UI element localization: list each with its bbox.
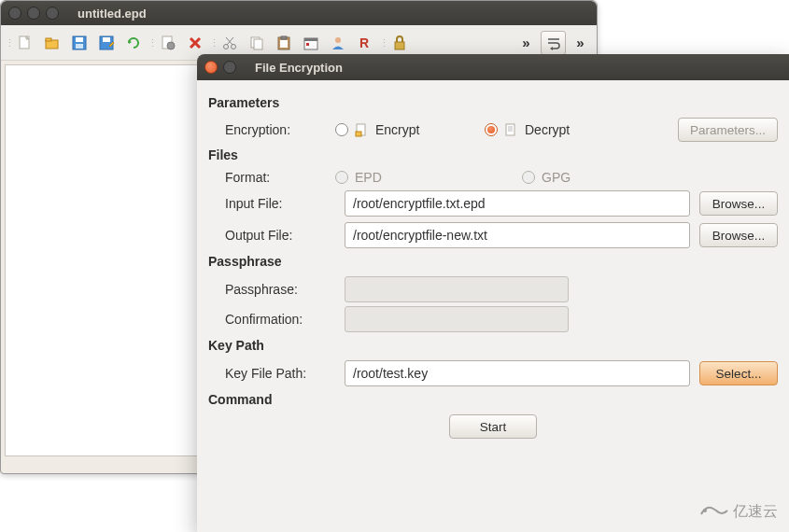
window-max-icon[interactable] xyxy=(46,7,59,20)
select-keyfile-button[interactable]: Select... xyxy=(699,361,778,385)
dialog-close-icon[interactable] xyxy=(204,61,218,74)
confirmation-label: Confirmation: xyxy=(225,312,335,327)
browse-output-button[interactable]: Browse... xyxy=(699,223,778,247)
input-file-label: Input File: xyxy=(225,196,335,211)
keyfile-label: Key File Path: xyxy=(225,366,335,381)
svg-rect-18 xyxy=(304,38,317,41)
overflow-2-icon[interactable]: » xyxy=(568,31,593,55)
dialog-min-icon[interactable] xyxy=(223,61,236,74)
svg-point-29 xyxy=(703,509,707,512)
toolbar-separator: ⋮ xyxy=(379,33,385,53)
svg-rect-22 xyxy=(395,42,404,49)
parameters-button[interactable]: Parameters... xyxy=(678,118,778,142)
copy-icon[interactable] xyxy=(244,31,269,55)
radio-disabled-icon xyxy=(335,171,348,184)
encrypt-doc-icon xyxy=(355,123,369,137)
section-files: Files xyxy=(208,147,778,162)
confirmation-field xyxy=(345,306,569,332)
wrap-icon[interactable] xyxy=(541,31,566,55)
svg-point-10 xyxy=(223,44,228,49)
decrypt-label: Decrypt xyxy=(525,122,570,137)
open-file-icon[interactable] xyxy=(39,31,64,55)
svg-rect-24 xyxy=(356,132,361,136)
passphrase-label: Passphrase: xyxy=(225,282,335,297)
cut-icon[interactable] xyxy=(217,31,242,55)
section-parameters: Parameters xyxy=(208,95,778,110)
dialog-title: File Encryption xyxy=(255,61,343,75)
save-as-icon[interactable] xyxy=(93,31,119,55)
svg-rect-15 xyxy=(281,36,287,39)
gpg-label: GPG xyxy=(542,170,571,185)
input-file-field[interactable]: /root/encryptfile.txt.epd xyxy=(345,190,690,217)
format-label: Format: xyxy=(225,170,335,185)
user-icon[interactable] xyxy=(325,31,350,55)
settings-file-icon[interactable] xyxy=(155,31,180,55)
replace-icon[interactable]: R xyxy=(352,31,377,55)
section-passphrase: Passphrase xyxy=(208,254,778,269)
svg-rect-25 xyxy=(506,124,514,135)
svg-rect-5 xyxy=(76,44,83,49)
keyfile-field[interactable]: /root/test.key xyxy=(345,360,690,386)
delete-icon[interactable] xyxy=(182,31,207,55)
window-close-icon[interactable] xyxy=(8,7,21,20)
watermark: 亿速云 xyxy=(696,491,785,526)
paste-icon[interactable] xyxy=(271,31,296,55)
svg-rect-7 xyxy=(103,37,110,42)
epd-radio: EPD xyxy=(335,170,522,185)
window-min-icon[interactable] xyxy=(27,7,40,20)
svg-text:亿速云: 亿速云 xyxy=(732,503,778,519)
svg-point-9 xyxy=(167,42,175,49)
radio-disabled-icon xyxy=(522,171,535,184)
epd-label: EPD xyxy=(355,170,382,185)
passphrase-field xyxy=(345,276,569,302)
editor-title: untitled.epd xyxy=(77,7,147,21)
save-icon[interactable] xyxy=(66,31,92,55)
radio-icon xyxy=(335,123,348,136)
svg-point-20 xyxy=(335,37,341,43)
toolbar-separator: ⋮ xyxy=(148,33,153,53)
gpg-radio: GPG xyxy=(522,170,709,185)
svg-rect-4 xyxy=(76,37,83,42)
start-button[interactable]: Start xyxy=(449,414,537,439)
lock-icon[interactable] xyxy=(387,31,412,55)
svg-rect-13 xyxy=(254,39,262,49)
output-file-field[interactable]: /root/encryptfile-new.txt xyxy=(345,222,690,248)
decrypt-radio[interactable]: Decrypt xyxy=(485,122,634,137)
encrypt-radio[interactable]: Encrypt xyxy=(335,122,485,137)
svg-rect-19 xyxy=(306,43,309,46)
svg-rect-16 xyxy=(280,40,288,48)
date-icon[interactable] xyxy=(298,31,323,55)
sync-icon[interactable] xyxy=(120,31,146,55)
radio-selected-icon xyxy=(485,123,498,136)
new-file-icon[interactable] xyxy=(12,31,37,55)
toolbar-separator: ⋮ xyxy=(5,33,10,53)
toolbar-separator: ⋮ xyxy=(209,33,215,53)
section-keypath: Key Path xyxy=(208,338,778,353)
editor-titlebar: untitled.epd xyxy=(1,1,597,25)
browse-input-button[interactable]: Browse... xyxy=(699,191,778,216)
svg-rect-2 xyxy=(46,38,51,41)
decrypt-doc-icon xyxy=(504,123,518,137)
section-command: Command xyxy=(208,392,778,407)
overflow-1-icon[interactable]: » xyxy=(514,31,539,55)
file-encryption-dialog: File Encryption Parameters Encryption: E… xyxy=(197,54,789,532)
output-file-label: Output File: xyxy=(225,228,335,243)
svg-point-11 xyxy=(231,44,235,49)
encryption-label: Encryption: xyxy=(225,122,335,137)
dialog-titlebar: File Encryption xyxy=(197,54,789,80)
encrypt-label: Encrypt xyxy=(375,122,419,137)
svg-text:R: R xyxy=(359,35,369,50)
